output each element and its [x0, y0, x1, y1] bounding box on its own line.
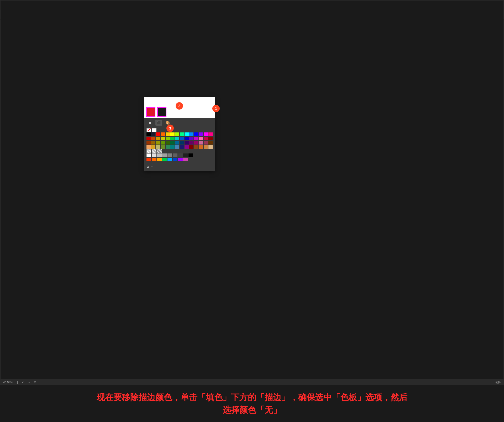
instruction-line2-text: 选择颜色「无」: [223, 405, 281, 415]
badge-1: 1: [212, 105, 220, 112]
picker-swatches-tab[interactable]: ⬛: [155, 120, 162, 126]
picker-bottom-row: ⚙ +: [144, 163, 215, 171]
picker-tab-row: ■ ⬛ 🎨: [144, 118, 215, 127]
picker-color-tab[interactable]: ■: [146, 120, 153, 126]
color-row-pattern: [146, 149, 213, 153]
instruction-line1: 现在要移除描边颜色，单击「填色」下方的「描边」，确保选中「色板」选项，然后: [97, 393, 407, 402]
swatch-white[interactable]: [152, 128, 156, 132]
no-color-swatch[interactable]: [146, 128, 151, 132]
status-bar: 40.54% | < > ⊕ 选择: [0, 379, 504, 385]
stroke-color-indicator[interactable]: [422, 102, 428, 107]
color-row-none: [146, 128, 213, 132]
color-row-1: [146, 132, 213, 136]
color-row-2: [146, 137, 213, 140]
appearance-section: 外观 填色 描边 ▲ 10 p ▼ 不透明度 ›: [419, 81, 495, 124]
properties-panel: 属性 图层 库 » 矩形: [418, 19, 495, 379]
badge-3: 3: [166, 125, 174, 132]
instruction-text: 现在要移除描边颜色，单击「填色」下方的「描边」，确保选中「色板」选项，然后: [97, 391, 407, 404]
instruction-bar: 现在要移除描边颜色，单击「填色」下方的「描边」，确保选中「色板」选项，然后 选择…: [0, 385, 504, 422]
color-row-accent: [146, 158, 213, 161]
badge-2: 2: [176, 102, 183, 110]
color-row-3: [146, 141, 213, 145]
picker-settings-icon[interactable]: ⚙: [146, 165, 149, 169]
stroke-row: 描边 ▲ 10 p ▼: [422, 101, 491, 107]
nav-prev[interactable]: <: [22, 381, 24, 384]
selection-mode-label: 选择: [495, 380, 501, 384]
instruction-line2: 选择颜色「无」: [223, 404, 281, 416]
nav-next[interactable]: >: [28, 381, 30, 384]
color-row-gray: [146, 153, 213, 157]
picker-add-icon[interactable]: +: [151, 165, 153, 169]
color-row-4: [146, 145, 213, 149]
status-divider: |: [17, 381, 18, 384]
picker-stroke-swatch[interactable]: [157, 107, 166, 117]
zoom-level[interactable]: 40.54%: [3, 381, 13, 384]
color-grid: [144, 127, 215, 163]
nav-icon[interactable]: ⊕: [34, 380, 36, 384]
picker-swatches: [146, 107, 166, 117]
picker-fill-swatch[interactable]: [146, 107, 155, 117]
